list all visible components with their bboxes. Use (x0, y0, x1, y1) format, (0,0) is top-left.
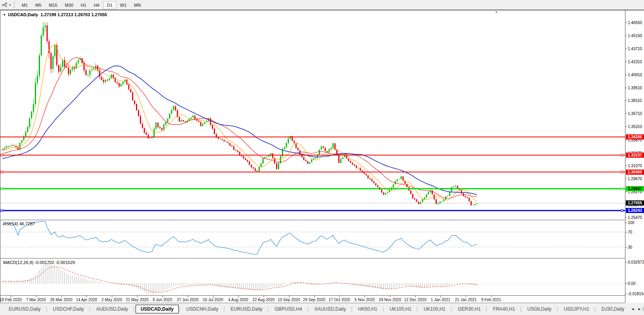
line-handle[interactable] (621, 154, 623, 156)
tab-separator: │ (133, 307, 136, 311)
moving-average-line-8 (2, 44, 477, 202)
timeframe-button-d1[interactable]: D1 (103, 1, 116, 9)
chart-tab-dj30-daily[interactable]: DJ30,Daily (597, 305, 629, 313)
date-tick (61, 296, 62, 297)
tab-separator: │ (485, 307, 488, 311)
current-price-badge: 1.27055 (626, 200, 644, 206)
price-axis-tick-label: 1.43710 (625, 47, 642, 51)
price-level-badge: 1.28607 (626, 186, 644, 191)
chart-tab-usdcad-daily[interactable]: USDCAD,Daily (136, 305, 179, 313)
chart-tab-uk100-h1[interactable]: UK100,H1 (419, 305, 450, 313)
chart-shift-marker-icon[interactable]: ▼ (495, 10, 498, 14)
date-label: 21 Jan 2021 (455, 298, 477, 302)
date-label: 9 Feb 2021 (481, 298, 501, 302)
chart-tab-usoil-daily[interactable]: USOil,Daily (523, 305, 556, 313)
line-handle[interactable] (621, 188, 623, 190)
price-axis-tick-label: 1.36710 (625, 111, 642, 116)
tab-separator: │ (223, 307, 226, 311)
chart-tab-hk50-h1[interactable]: HK50,H1 (353, 305, 382, 313)
chart-tab-fra40-h1[interactable]: FRA40,H1 (488, 305, 520, 313)
timeframe-button-mn[interactable]: MN (130, 1, 144, 9)
date-tick (466, 296, 466, 297)
price-axis-tick-label: 1.45150 (625, 34, 642, 38)
timeframe-button-m5[interactable]: M5 (32, 1, 45, 9)
chart-tab-uk100-h1[interactable]: UK100,H1 (385, 305, 416, 313)
timeframe-button-w1[interactable]: W1 (117, 1, 130, 9)
date-label: 26 Mar 2020 (50, 298, 72, 302)
line-handle[interactable] (1, 171, 3, 173)
chart-tab-audusd-daily[interactable]: AUDUSD,Daily (91, 305, 133, 313)
main-chart-panel: ▼USDCAD,Daily 1.27199 1.27213 1.26703 1.… (0, 10, 644, 220)
date-label: 16 Jul 2020 (203, 298, 223, 302)
chart-tab-xauusd-daily[interactable]: XAUUSD,Daily (310, 305, 351, 313)
price-axis-tick-label: 1.42310 (625, 60, 642, 64)
price-axis-tick-label: 1.46550 (625, 21, 642, 25)
timeframe-button-h1[interactable]: H1 (77, 1, 90, 9)
chart-title: ▼USDCAD,Daily 1.27199 1.27213 1.26703 1.… (3, 12, 107, 17)
tab-scroll-right-icon[interactable]: ► (638, 307, 641, 311)
price-level-badge: 1.26243 (626, 208, 644, 213)
tab-separator: │ (89, 307, 91, 311)
line-handle[interactable] (621, 209, 623, 211)
date-tick (440, 296, 441, 297)
price-chart-canvas[interactable] (0, 10, 625, 220)
line-handle[interactable] (1, 154, 3, 156)
date-tick (264, 296, 264, 297)
line-handle[interactable] (1, 188, 3, 190)
macd-axis-tick-label: 0.032972 (625, 260, 644, 264)
date-tick (238, 296, 239, 297)
rsi-chart-canvas[interactable] (0, 220, 625, 258)
chart-tab-usdchf-daily[interactable]: USDCHF,Daily (48, 305, 89, 313)
chart-tool-icon[interactable] (2, 2, 8, 8)
chart-tab-gbpusd-h4[interactable]: GBPUSD,H4 (270, 305, 307, 313)
tab-separator: │ (179, 307, 181, 311)
date-tick (162, 296, 163, 297)
rsi-axis-tick-label: 30 (625, 245, 632, 249)
rsi-axis-tick-label: 100 (625, 221, 635, 225)
timeframe-button-m30[interactable]: M30 (61, 1, 77, 9)
date-label: 17 Oct 2020 (329, 298, 350, 302)
date-label: 7 Mar 2020 (26, 298, 46, 302)
date-tick (364, 296, 365, 297)
price-level-badge: 1.32237 (626, 153, 644, 158)
date-label: 12 Dec 2020 (404, 298, 427, 302)
macd-chart-canvas[interactable] (0, 259, 625, 295)
price-level-badge: 1.30409 (626, 170, 644, 175)
timeframe-button-h4[interactable]: H4 (90, 1, 103, 9)
price-axis-tick-label: 1.38110 (625, 98, 642, 103)
date-tick (137, 296, 138, 297)
tab-separator: │ (45, 307, 48, 311)
date-tick (415, 296, 415, 297)
date-label: 1 Jan 2021 (431, 298, 451, 302)
mt4-terminal-window: ▼ M1M5M15M30H1H4D1W1MN ▼USDCAD,Daily 1.2… (0, 0, 644, 315)
tab-separator: │ (267, 307, 270, 311)
time-axis[interactable]: 18 Feb 20207 Mar 202026 Mar 202014 Apr 2… (0, 296, 625, 303)
date-tick (11, 296, 11, 297)
tab-scroll-left-icon[interactable]: ◄ (631, 307, 635, 311)
line-handle[interactable] (1, 209, 3, 211)
chart-tab-usdjpy-h1[interactable]: USDJPY,H1 (559, 305, 594, 313)
dropdown-caret-icon[interactable]: ▼ (9, 4, 11, 6)
timeframe-button-m1[interactable]: M1 (18, 1, 31, 9)
price-axis[interactable]: 1.465501.451501.437101.423101.409101.395… (625, 10, 644, 303)
chart-tab-usdcnh-daily[interactable]: USDCNH,Daily (181, 305, 223, 313)
chart-tab-eurusd-daily[interactable]: EURUSD,Daily (4, 305, 45, 313)
date-label: 27 Jun 2020 (177, 298, 198, 302)
chart-window-left-border (0, 10, 0, 303)
tab-separator: │ (382, 307, 385, 311)
date-label: 22 Aug 2020 (253, 298, 275, 302)
collapse-icon[interactable]: ▼ (3, 13, 6, 17)
line-handle[interactable] (621, 171, 623, 173)
chart-tab-ger30-h1[interactable]: GER30,H1 (453, 305, 485, 313)
date-tick (87, 296, 87, 297)
date-tick (314, 296, 315, 297)
chart-tab-eurusd-daily[interactable]: EURUSD,Daily (226, 305, 267, 313)
chart-tabs-bar: EURUSD,Daily│USDCHF,Daily│AUDUSD,Daily│U… (0, 303, 644, 315)
macd-label: MACD(12,26,9) -0.001702 -0.001529 (3, 260, 75, 265)
tab-scroll-arrows: ◄ ► (627, 303, 643, 315)
tab-separator: │ (307, 307, 310, 311)
date-tick (213, 296, 213, 297)
timeframe-button-m15[interactable]: M15 (45, 1, 61, 9)
date-label: 2 May 2020 (102, 298, 122, 302)
chart-ohlc-values: 1.27199 1.27213 1.26703 1.27055 (40, 12, 107, 17)
